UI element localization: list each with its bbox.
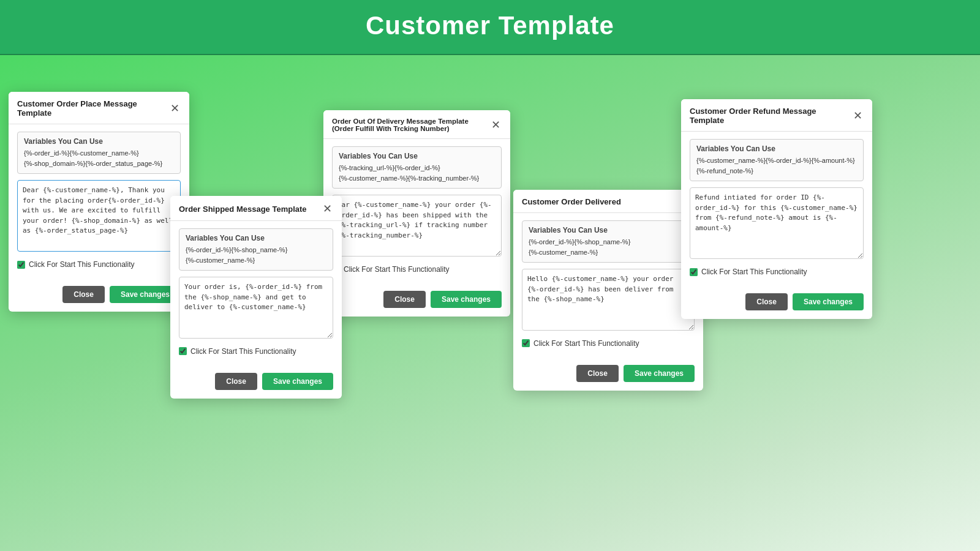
checkbox-row-delivered: Click For Start This Functionality xyxy=(522,339,695,348)
checkbox-label-delivery: Click For Start This Functionality xyxy=(344,265,450,274)
variables-label-order-shipped: Variables You Can Use xyxy=(186,234,326,242)
modal-delivery-title: Order Out Of Delivery Message Template (… xyxy=(332,118,490,132)
modal-delivery-header: Order Out Of Delivery Message Template (… xyxy=(323,110,510,139)
variables-label-order-place: Variables You Can Use xyxy=(24,137,174,146)
variables-value-refund: {%-customer_name-%}{%-order_id-%}{%-amou… xyxy=(696,156,857,176)
modal-delivery: Order Out Of Delivery Message Template (… xyxy=(323,110,510,317)
variables-box-delivery: Variables You Can Use {%-tracking_url-%}… xyxy=(332,146,502,189)
modal-refund-footer: Close Save changes xyxy=(681,287,872,319)
save-button-delivery[interactable]: Save changes xyxy=(431,291,502,308)
modal-delivered: Customer Order Delivered Variables You C… xyxy=(513,190,703,391)
variables-value-delivered: {%-order_id-%}{%-shop_name-%} {%-custome… xyxy=(529,237,688,257)
modal-refund-close-icon[interactable]: ✕ xyxy=(852,110,864,121)
close-button-delivery[interactable]: Close xyxy=(383,291,426,308)
modal-refund-title: Customer Order Refund Message Template xyxy=(690,107,852,125)
modal-order-place-close-icon[interactable]: ✕ xyxy=(169,103,181,114)
modal-order-shipped-title: Order Shipped Message Template xyxy=(179,204,307,214)
message-textarea-delivery[interactable] xyxy=(332,195,502,257)
close-button-refund[interactable]: Close xyxy=(745,293,788,310)
variables-label-delivery: Variables You Can Use xyxy=(339,152,495,160)
modal-order-shipped-body: Variables You Can Use {%-order_id-%}{%-s… xyxy=(170,221,342,367)
modal-refund-header: Customer Order Refund Message Template ✕ xyxy=(681,99,872,132)
modal-delivery-body: Variables You Can Use {%-tracking_url-%}… xyxy=(323,139,510,285)
checkbox-label-order-shipped: Click For Start This Functionality xyxy=(190,347,296,356)
checkbox-refund[interactable] xyxy=(690,268,698,276)
checkbox-order-shipped[interactable] xyxy=(179,347,187,355)
close-button-delivered[interactable]: Close xyxy=(576,365,619,382)
close-button-order-place[interactable]: Close xyxy=(62,286,105,303)
message-textarea-delivered[interactable] xyxy=(522,269,695,331)
modal-order-shipped-header: Order Shipped Message Template ✕ xyxy=(170,196,342,221)
modal-delivery-footer: Close Save changes xyxy=(323,285,510,317)
checkbox-label-refund: Click For Start This Functionality xyxy=(701,268,807,276)
modal-delivered-footer: Close Save changes xyxy=(513,359,703,391)
variables-box-order-shipped: Variables You Can Use {%-order_id-%}{%-s… xyxy=(179,228,333,271)
modal-order-place-title: Customer Order Place Message Template xyxy=(17,99,169,118)
message-textarea-order-place[interactable] xyxy=(17,180,181,252)
variables-box-order-place: Variables You Can Use {%-order_id-%}{%-c… xyxy=(17,132,181,174)
checkbox-label-delivered: Click For Start This Functionality xyxy=(533,339,639,348)
modal-delivered-title: Customer Order Delivered xyxy=(522,197,621,206)
variables-value-delivery: {%-tracking_url-%}{%-order_id-%} {%-cust… xyxy=(339,163,495,183)
modal-refund-body: Variables You Can Use {%-customer_name-%… xyxy=(681,132,872,287)
modal-delivery-close-icon[interactable]: ✕ xyxy=(490,119,502,130)
modal-order-place-footer: Close Save changes xyxy=(9,280,189,312)
close-button-order-shipped[interactable]: Close xyxy=(215,373,257,390)
modal-order-place: Customer Order Place Message Template ✕ … xyxy=(9,92,189,312)
variables-label-delivered: Variables You Can Use xyxy=(529,226,688,234)
modal-order-place-header: Customer Order Place Message Template ✕ xyxy=(9,92,189,124)
modal-order-shipped: Order Shipped Message Template ✕ Variabl… xyxy=(170,196,342,399)
page-header: Customer Template xyxy=(0,0,980,55)
checkbox-row-delivery: Click For Start This Functionality xyxy=(332,265,502,274)
variables-value-order-shipped: {%-order_id-%}{%-shop_name-%} {%-custome… xyxy=(186,245,326,265)
save-button-delivered[interactable]: Save changes xyxy=(624,365,695,382)
message-textarea-refund[interactable] xyxy=(690,187,864,259)
variables-box-delivered: Variables You Can Use {%-order_id-%}{%-s… xyxy=(522,220,695,263)
page-title: Customer Template xyxy=(0,11,980,40)
variables-box-refund: Variables You Can Use {%-customer_name-%… xyxy=(690,139,864,181)
variables-value-order-place: {%-order_id-%}{%-customer_name-%} {%-sho… xyxy=(24,148,174,168)
save-button-refund[interactable]: Save changes xyxy=(793,293,864,310)
save-button-order-shipped[interactable]: Save changes xyxy=(262,373,333,390)
modal-order-place-body: Variables You Can Use {%-order_id-%}{%-c… xyxy=(9,124,189,280)
modal-delivered-header: Customer Order Delivered xyxy=(513,190,703,213)
modal-order-shipped-close-icon[interactable]: ✕ xyxy=(322,203,333,214)
modal-order-shipped-footer: Close Save changes xyxy=(170,367,342,399)
modal-refund: Customer Order Refund Message Template ✕… xyxy=(681,99,872,319)
variables-label-refund: Variables You Can Use xyxy=(696,144,857,153)
checkbox-row-order-shipped: Click For Start This Functionality xyxy=(179,347,333,356)
checkbox-row-refund: Click For Start This Functionality xyxy=(690,268,864,276)
modal-delivered-body: Variables You Can Use {%-order_id-%}{%-s… xyxy=(513,213,703,359)
checkbox-order-place[interactable] xyxy=(17,261,25,269)
message-textarea-order-shipped[interactable] xyxy=(179,277,333,339)
checkbox-label-order-place: Click For Start This Functionality xyxy=(29,260,135,269)
checkbox-delivered[interactable] xyxy=(522,339,530,347)
checkbox-row-order-place: Click For Start This Functionality xyxy=(17,260,181,269)
